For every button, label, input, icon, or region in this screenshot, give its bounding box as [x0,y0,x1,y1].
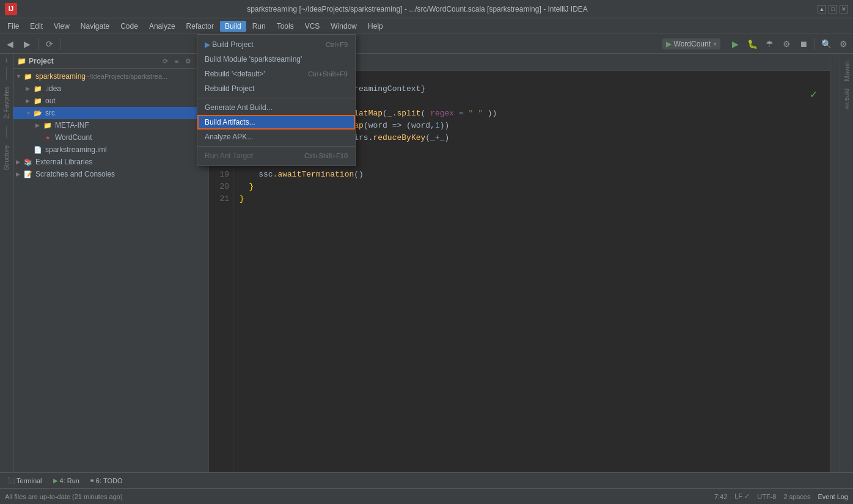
menu-sep-1 [197,98,355,98]
window-controls[interactable]: ▲ □ ✕ [818,5,848,13]
run-tab-label: 4: Run [60,477,79,484]
project-settings-icon[interactable]: ⚙ [183,56,193,66]
terminal-icon: ⬛ [7,477,15,484]
menu-generate-ant[interactable]: Generate Ant Build... [197,100,355,115]
rebuild-default-label: Rebuild '<default>' [205,70,265,78]
toolbar: ◀ ▶ ⟳ ▶ WordCount ▾ ▶ 🐛 ☂ ⚙ ⏹ 🔍 ⚙ [0,34,853,54]
right-icon-1: | [830,54,840,64]
menu-run-ant: Run Ant Target Ctrl+Shift+F10 [197,148,355,163]
status-bar: All files are up-to-date (21 minutes ago… [0,488,853,504]
todo-tab[interactable]: ≡ 6: TODO [86,476,127,486]
idea-arrow: ▶ [26,86,33,92]
status-message: All files are up-to-date (21 minutes ago… [5,493,709,500]
run-button[interactable]: ▶ [728,37,742,51]
menu-rebuild-default[interactable]: Rebuild '<default>' Ctrl+Shift+F9 [197,67,355,81]
status-right-area: 7:42 LF ✓ UTF-8 2 spaces Event Log [714,492,848,500]
status-lf: LF ✓ [734,492,750,500]
menu-view[interactable]: View [49,21,75,32]
maven-tab[interactable]: Maven [842,56,852,86]
run-tab[interactable]: ▶ 4: Run [48,476,84,486]
menu-edit[interactable]: Edit [25,21,48,32]
run-config-selector[interactable]: ▶ WordCount ▾ [662,38,720,49]
extlib-icon: 📚 [23,157,33,167]
run-config-arrow: ▾ [713,40,717,48]
menu-rebuild-project[interactable]: Rebuild Project [197,81,355,96]
extlib-arrow: ▶ [16,159,23,165]
close-button[interactable]: ✕ [840,5,848,13]
green-check: ✓ [810,89,818,100]
tree-item-root[interactable]: ▼ 📁 sparkstreaming ~/IdeaProjects/sparks… [13,70,208,82]
out-label: out [45,97,56,105]
project-tree: ▼ 📁 sparkstreaming ~/IdeaProjects/sparks… [13,69,208,488]
menu-build-project[interactable]: ▶ Build Project Ctrl+F9 [197,37,355,52]
menu-help[interactable]: Help [363,21,388,32]
tree-item-meta-inf[interactable]: ▶ 📁 META-INF [13,119,208,131]
minimize-button[interactable]: ▲ [818,5,826,13]
settings-btn[interactable]: ⚙ [836,37,851,51]
profile-button[interactable]: ⚙ [779,37,794,51]
meta-label: META-INF [55,121,89,130]
src-arrow: ▼ [26,110,33,116]
menu-build-artifacts[interactable]: Build Artifacts... [197,115,355,130]
tree-item-iml[interactable]: ▶ 📄 sparkstreaming.iml [13,144,208,156]
stop-button[interactable]: ⏹ [796,37,811,51]
status-position[interactable]: 7:42 [714,493,727,500]
meta-folder-icon: 📁 [43,120,53,130]
scratch-arrow: ▶ [16,171,23,177]
toolbar-sep-1 [38,38,38,50]
project-collapse-icon[interactable]: ≡ [172,56,181,66]
tree-item-ext-libs[interactable]: ▶ 📚 External Libraries [13,156,208,168]
todo-label: 6: TODO [96,477,123,484]
tree-item-scratches[interactable]: ▶ 📝 Scratches and Consoles [13,168,208,180]
wordcount-label: WordCount [55,133,92,142]
project-panel-title: Project [29,57,158,65]
tree-item-idea[interactable]: ▶ 📁 .idea [13,82,208,95]
toolbar-back-btn[interactable]: ◀ [2,37,17,51]
run-config-icon: ▶ [666,40,672,48]
build-menu-dropdown: ▶ Build Project Ctrl+F9 Build Module 'sp… [197,34,356,166]
left-structure-tab[interactable]: Structure [2,141,11,175]
generate-ant-label: Generate Ant Build... [205,103,273,112]
menu-refactor[interactable]: Refactor [181,21,219,32]
toolbar-forward-btn[interactable]: ▶ [20,37,34,51]
root-folder-icon: 📁 [23,71,33,81]
left-project-tab[interactable]: 1 [4,56,9,65]
left-favorites-tab[interactable]: 2: Favorites [2,82,11,123]
rebuild-default-shortcut: Ctrl+Shift+F9 [308,70,348,78]
menu-file[interactable]: File [2,21,24,32]
status-encoding[interactable]: UTF-8 [757,493,776,500]
menu-tools[interactable]: Tools [272,21,299,32]
idea-folder-icon: 📁 [33,84,43,93]
main-layout: 1 2: Favorites Structure 📁 Project ⟳ ≡ ⚙… [0,54,853,488]
project-folder-icon: 📁 [17,57,26,65]
menu-build-module[interactable]: Build Module 'sparkstreaming' [197,52,355,67]
title-bar: IJ sparkstreaming [~/IdeaProjects/sparks… [0,0,853,18]
debug-button[interactable]: 🐛 [745,37,760,51]
project-sync-icon[interactable]: ⟳ [160,56,170,66]
scratch-icon: 📝 [23,169,33,179]
coverage-button[interactable]: ☂ [762,37,777,51]
menu-code[interactable]: Code [115,21,143,32]
menu-vcs[interactable]: VCS [300,21,325,32]
app-logo: IJ [5,3,17,15]
event-log-btn[interactable]: Event Log [818,493,848,500]
root-label: sparkstreaming [35,72,86,81]
menu-run[interactable]: Run [247,21,271,32]
toolbar-sync-btn[interactable]: ⟳ [42,37,57,51]
tree-item-out[interactable]: ▶ 📁 out [13,95,208,107]
out-arrow: ▶ [26,98,33,104]
menu-window[interactable]: Window [326,21,362,32]
tree-item-src[interactable]: ▼ 📂 src [13,107,208,119]
menu-build[interactable]: Build [220,21,246,32]
rebuild-project-label: Rebuild Project [205,84,254,93]
art-build-tab[interactable]: Art Build [843,86,851,112]
terminal-tab[interactable]: ⬛ Terminal [2,476,47,486]
tree-item-wordcount[interactable]: ▶ ● WordCount [13,131,208,144]
menu-navigate[interactable]: Navigate [76,21,114,32]
maximize-button[interactable]: □ [829,5,837,13]
left-sidebar-strip: 1 2: Favorites Structure [0,54,13,488]
menu-analyze-apk[interactable]: Analyze APK... [197,130,355,144]
status-indent[interactable]: 2 spaces [783,493,810,500]
menu-analyze[interactable]: Analyze [144,21,180,32]
search-everywhere-btn[interactable]: 🔍 [819,37,833,51]
